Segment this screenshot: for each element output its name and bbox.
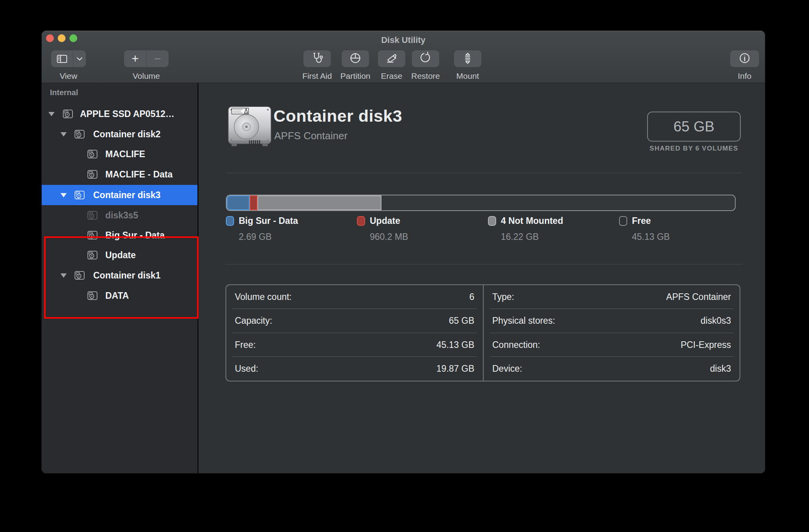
title-bar: Disk Utility View + − Volume: [42, 31, 765, 83]
remove-volume-button[interactable]: −: [147, 51, 169, 67]
hard-drive-icon: [87, 229, 98, 241]
capacity-note: SHARED BY 6 VOLUMES: [614, 145, 765, 153]
table-row: Type: APFS Container: [484, 285, 740, 309]
usage-segment-big-sur-data: [227, 195, 250, 210]
details-table: Volume count: 6 Capacity: 65 GB Free: 45…: [225, 284, 740, 381]
stethoscope-icon: [310, 51, 324, 66]
legend-item: Big Sur - Data 2.69 GB: [226, 216, 355, 242]
info-button[interactable]: [730, 50, 759, 67]
legend-swatch-red: [357, 216, 365, 226]
usage-segment-not-mounted: [257, 195, 381, 210]
legend-item: 4 Not Mounted 16.22 GB: [488, 216, 617, 242]
legend-swatch-gray: [488, 216, 496, 226]
table-row: Volume count: 6: [226, 285, 483, 309]
add-volume-button[interactable]: +: [124, 51, 146, 67]
first-aid-button[interactable]: [303, 50, 331, 67]
table-row: Capacity: 65 GB: [226, 309, 483, 333]
usage-bar: [226, 195, 736, 211]
legend-value: 45.13 GB: [632, 232, 748, 242]
mount-button[interactable]: [454, 50, 481, 67]
mount-label: Mount: [446, 71, 489, 81]
sidebar-item-data[interactable]: DATA: [42, 286, 197, 306]
sidebar-section-internal: Internal: [50, 88, 78, 97]
hard-drive-icon: [74, 128, 85, 140]
hard-drive-icon: [87, 290, 98, 301]
page-title: Container disk3: [273, 106, 402, 126]
mount-icon: [461, 51, 474, 66]
table-row: Connection: PCI-Express: [484, 333, 740, 357]
sidebar-item-disk3s5[interactable]: disk3s5: [42, 205, 197, 225]
disclosure-triangle-icon[interactable]: [48, 112, 55, 116]
hard-drive-icon: [87, 209, 98, 221]
disclosure-triangle-icon[interactable]: [60, 273, 67, 278]
restore-label: Restore: [404, 71, 447, 81]
volume-button-group: + −: [124, 50, 169, 67]
hard-drive-icon: [87, 249, 98, 261]
sidebar-item-big-sur-data[interactable]: Big Sur - Data: [42, 225, 197, 245]
legend-value: 960.2 MB: [370, 232, 486, 242]
legend-value: 16.22 GB: [501, 232, 617, 242]
table-row: Used: 19.87 GB: [226, 357, 483, 381]
sidebar: Internal APPLE SSD AP0512… Container dis…: [42, 83, 197, 473]
info-label: Info: [730, 71, 759, 81]
hard-drive-icon: [87, 148, 98, 160]
details-right-column: Type: APFS Container Physical stores: di…: [483, 285, 740, 381]
sidebar-item-apple-ssd[interactable]: APPLE SSD AP0512…: [42, 104, 197, 124]
window-title: Disk Utility: [42, 35, 765, 45]
table-row: Free: 45.13 GB: [226, 333, 483, 357]
sidebar-item-container-disk1[interactable]: Container disk1: [42, 265, 197, 286]
main-pane: Container disk3 APFS Container 65 GB SHA…: [199, 83, 765, 473]
view-label: View: [51, 71, 86, 81]
info-icon: [738, 51, 751, 66]
erase-button[interactable]: [378, 50, 405, 67]
disk-utility-window: Disk Utility View + − Volume: [41, 30, 765, 473]
chevron-down-icon: [73, 57, 86, 61]
hard-drive-icon: [74, 270, 85, 281]
divider: [226, 264, 742, 264]
usage-legend: Big Sur - Data 2.69 GB Update 960.2 MB 4…: [226, 216, 749, 255]
disclosure-triangle-icon[interactable]: [60, 132, 67, 137]
sidebar-view-icon: [51, 53, 73, 64]
view-button[interactable]: [51, 50, 86, 67]
legend-value: 2.69 GB: [239, 232, 355, 242]
legend-swatch-blue: [226, 216, 234, 226]
volume-label: Volume: [124, 71, 169, 81]
table-row: Physical stores: disk0s3: [484, 309, 740, 333]
restore-button[interactable]: [412, 50, 439, 67]
sidebar-item-maclife[interactable]: MACLIFE: [42, 144, 197, 164]
partition-button[interactable]: [342, 50, 369, 67]
hard-drive-icon: [62, 108, 74, 120]
legend-item: Free 45.13 GB: [619, 216, 748, 242]
hard-drive-icon: [74, 189, 85, 201]
first-aid-label: First Aid: [296, 71, 339, 81]
usage-segment-update: [250, 195, 258, 210]
sidebar-item-container-disk2[interactable]: Container disk2: [42, 124, 197, 144]
table-row: Device: disk3: [484, 357, 740, 381]
hard-drive-icon: [87, 168, 98, 180]
sidebar-item-maclife-data[interactable]: MACLIFE - Data: [42, 164, 197, 184]
divider: [226, 173, 742, 173]
disclosure-triangle-icon[interactable]: [60, 193, 67, 197]
capacity-badge: 65 GB: [647, 112, 741, 142]
legend-item: Update 960.2 MB: [357, 216, 486, 242]
sidebar-item-update[interactable]: Update: [42, 245, 197, 265]
hard-drive-large-icon: [226, 103, 273, 151]
erase-icon: [385, 51, 398, 66]
partition-icon: [349, 51, 362, 66]
page-subtitle: APFS Container: [274, 130, 348, 142]
sidebar-item-container-disk3[interactable]: Container disk3: [42, 185, 197, 205]
details-left-column: Volume count: 6 Capacity: 65 GB Free: 45…: [226, 285, 483, 381]
restore-icon: [419, 51, 432, 66]
legend-swatch-free: [619, 216, 627, 226]
